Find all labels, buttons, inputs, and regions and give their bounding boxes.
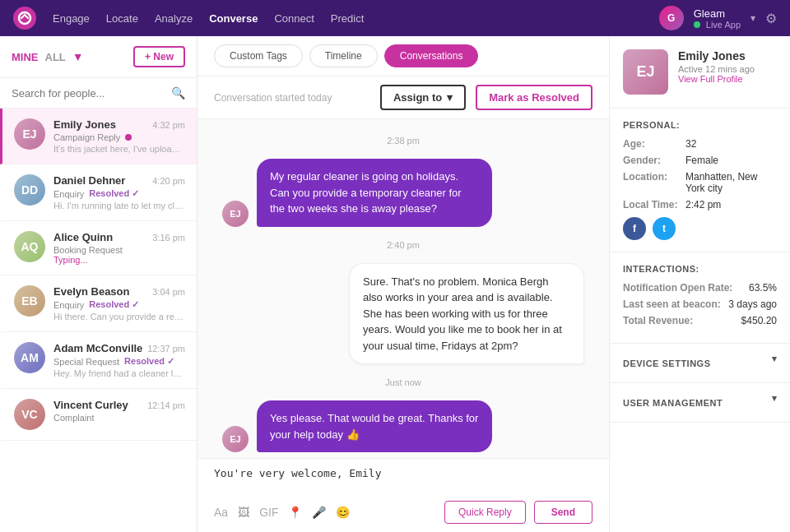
brand-name: Gleam <box>694 7 741 20</box>
conversation-list: EJ Emily Jones 4:32 pm Campaign Reply It… <box>0 109 197 532</box>
open-rate-field: Notification Open Rate: 63.5% <box>623 282 777 294</box>
brand-sub: Live App <box>694 20 741 30</box>
twitter-icon[interactable]: t <box>653 217 676 240</box>
profile-header: EJ Emily Jones Active 12 mins ago View F… <box>610 36 790 109</box>
device-settings-title: DEVICE SETTINGS <box>623 359 711 368</box>
conv-preview: It's this jacket here, I've uploaded an … <box>53 144 185 154</box>
left-sidebar: MINE ALL ▼ + New 🔍 EJ Emily Jones 4:32 p… <box>0 36 198 532</box>
device-settings-section[interactable]: DEVICE SETTINGS ▾ <box>610 344 790 383</box>
main-layout: MINE ALL ▼ + New 🔍 EJ Emily Jones 4:32 p… <box>0 36 790 532</box>
top-nav: Engage Locate Analyze Converse Connect P… <box>0 0 790 36</box>
avatar: EJ <box>14 118 45 150</box>
conversation-started: Conversation started today <box>214 92 370 104</box>
interactions-section-title: INTERACTIONS: <box>623 264 699 274</box>
location-icon[interactable]: 📍 <box>288 506 302 519</box>
tab-conversations[interactable]: Conversations <box>384 44 479 67</box>
message-time: 2:38 pm <box>222 136 584 146</box>
gif-icon[interactable]: GIF <box>259 506 278 519</box>
resolved-badge: Resolved ✓ <box>89 299 139 310</box>
conversation-bar: Conversation started today Assign to ▾ M… <box>198 76 609 119</box>
profile-info: Emily Jones Active 12 mins ago View Full… <box>678 49 755 84</box>
conv-time: 12:14 pm <box>147 400 185 410</box>
social-icons: f t <box>623 217 777 240</box>
conv-name: Adam McConville <box>53 342 142 354</box>
center-tabs: Custom Tags Timeline Conversations <box>198 36 609 76</box>
list-item[interactable]: VC Vincent Curley 12:14 pm Complaint <box>0 389 197 441</box>
nav-items: Engage Locate Analyze Converse Connect P… <box>53 12 659 25</box>
location-field: Location: Manhatten, New York city <box>623 171 777 194</box>
conv-type: Booking Request <box>53 245 123 255</box>
unread-indicator <box>125 134 132 141</box>
sidebar-all-tab[interactable]: ALL <box>45 51 66 63</box>
chevron-down-icon: ▾ <box>772 393 778 404</box>
conv-time: 12:37 pm <box>147 344 185 354</box>
search-bar: 🔍 <box>0 78 197 109</box>
gear-icon[interactable]: ⚙ <box>765 11 777 26</box>
user-management-section[interactable]: USER MANAGEMENT ▾ <box>610 383 790 423</box>
tab-custom-tags[interactable]: Custom Tags <box>214 44 303 67</box>
nav-analyze[interactable]: Analyze <box>155 12 193 25</box>
view-full-profile-link[interactable]: View Full Profile <box>678 74 755 84</box>
list-item[interactable]: AQ Alice Quinn 3:16 pm Booking Request T… <box>0 221 197 275</box>
search-icon: 🔍 <box>171 86 185 99</box>
conv-preview: Hi. I'm running late to let my cleaner i… <box>53 201 185 210</box>
profile-photo: EJ <box>623 49 668 95</box>
tab-timeline[interactable]: Timeline <box>309 44 378 67</box>
conv-info: Vincent Curley 12:14 pm Complaint <box>53 399 185 423</box>
personal-section-title: PERSONAL: <box>623 120 680 130</box>
nav-locate[interactable]: Locate <box>106 12 138 25</box>
send-button[interactable]: Send <box>534 501 592 524</box>
sidebar-mine-tab[interactable]: MINE <box>12 51 39 63</box>
nav-predict[interactable]: Predict <box>331 12 364 25</box>
chat-row: EJ Yes please. That would be great. Than… <box>222 400 584 452</box>
list-item[interactable]: EB Evelyn Beason 3:04 pm Enquiry Resolve… <box>0 275 197 332</box>
revenue-field: Total Revenue: $450.20 <box>623 315 777 326</box>
microphone-icon[interactable]: 🎤 <box>312 506 326 519</box>
avatar: AM <box>14 342 45 373</box>
conv-time: 3:04 pm <box>152 287 185 297</box>
avatar: EB <box>14 285 45 317</box>
message-time: Just now <box>222 377 584 387</box>
local-time-field: Local Time: 2:42 pm <box>623 199 777 210</box>
image-icon[interactable]: 🖼 <box>238 506 249 519</box>
gender-field: Gender: Female <box>623 155 777 166</box>
avatar: AQ <box>14 231 45 262</box>
conv-type: Campaign Reply <box>53 132 120 142</box>
age-field: Age: 32 <box>623 138 777 150</box>
nav-right: G Gleam Live App ▾ ⚙ <box>659 6 777 30</box>
new-button[interactable]: + New <box>133 46 185 67</box>
list-item[interactable]: EJ Emily Jones 4:32 pm Campaign Reply It… <box>0 109 197 164</box>
filter-icon[interactable]: ▼ <box>72 50 84 63</box>
logo <box>13 7 36 30</box>
conv-time: 4:20 pm <box>152 176 185 186</box>
mark-resolved-button[interactable]: Mark as Resolved <box>476 85 592 110</box>
conv-info: Adam McConville 12:37 pm Special Request… <box>53 342 185 378</box>
right-panel: EJ Emily Jones Active 12 mins ago View F… <box>609 36 790 532</box>
facebook-icon[interactable]: f <box>623 217 646 240</box>
user-management-title: USER MANAGEMENT <box>623 398 723 408</box>
nav-converse[interactable]: Converse <box>209 12 258 25</box>
chat-bubble: Yes please. That would be great. Thanks … <box>257 400 492 452</box>
nav-engage[interactable]: Engage <box>53 12 90 25</box>
quick-reply-button[interactable]: Quick Reply <box>444 501 526 524</box>
list-item[interactable]: AM Adam McConville 12:37 pm Special Requ… <box>0 332 197 389</box>
emoji-icon[interactable]: 😊 <box>336 506 350 519</box>
personal-section: PERSONAL: Age: 32 Gender: Female Locatio… <box>610 109 790 252</box>
compose-input[interactable]: You're very welcome, Emily <box>214 467 592 492</box>
message-time: 2:40 pm <box>222 240 584 250</box>
typing-indicator: Typing... <box>53 255 185 265</box>
list-item[interactable]: DD Daniel Dehner 4:20 pm Enquiry Resolve… <box>0 164 197 221</box>
avatar: G <box>659 6 684 30</box>
nav-connect[interactable]: Connect <box>274 12 314 25</box>
search-input[interactable] <box>12 87 171 99</box>
conv-info: Evelyn Beason 3:04 pm Enquiry Resolved ✓… <box>53 285 185 322</box>
resolved-badge: Resolved ✓ <box>89 188 139 199</box>
compose-area: You're very welcome, Emily Aa 🖼 GIF 📍 🎤 … <box>198 458 609 532</box>
assign-to-button[interactable]: Assign to ▾ <box>380 85 466 110</box>
chevron-down-icon: ▾ <box>447 91 453 104</box>
chevron-down-icon[interactable]: ▾ <box>750 12 755 24</box>
chat-row: EJ My regular cleaner is going on holida… <box>222 159 584 227</box>
conv-name: Vincent Curley <box>53 399 128 411</box>
conv-name: Emily Jones <box>53 118 116 131</box>
text-format-icon[interactable]: Aa <box>214 506 228 519</box>
